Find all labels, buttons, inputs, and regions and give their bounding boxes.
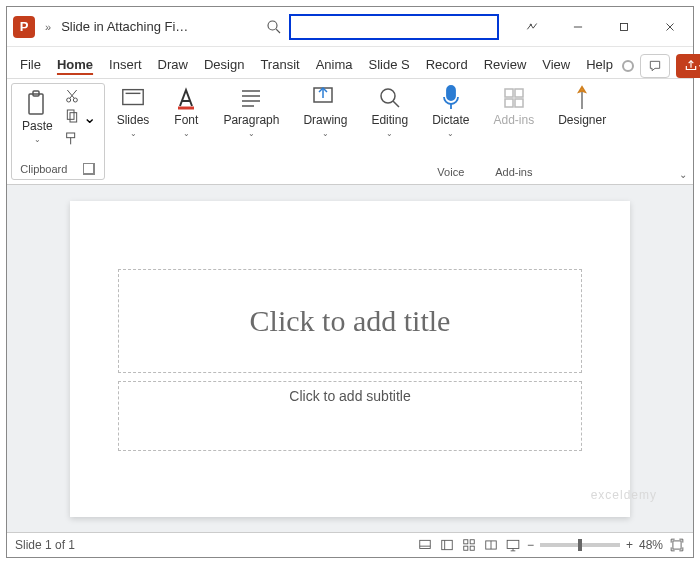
svg-rect-7 [29, 94, 43, 114]
tab-design[interactable]: Design [197, 51, 251, 78]
svg-rect-37 [442, 540, 453, 549]
tab-animations[interactable]: Anima [309, 51, 360, 78]
document-title[interactable]: Slide in Attaching Fi… [61, 19, 188, 34]
drawing-button[interactable]: Drawing⌄ [297, 83, 353, 140]
tab-draw[interactable]: Draw [151, 51, 195, 78]
slides-button[interactable]: Slides⌄ [111, 83, 156, 140]
search-input[interactable] [289, 14, 499, 40]
app-icon: P [13, 16, 35, 38]
svg-rect-30 [505, 89, 513, 97]
notes-icon[interactable] [417, 537, 433, 553]
normal-view-icon[interactable] [439, 537, 455, 553]
svg-rect-32 [505, 99, 513, 107]
clipboard-label: Clipboard [20, 163, 67, 175]
group-voice: Dictate⌄ Voice [420, 79, 481, 184]
svg-rect-4 [621, 23, 628, 30]
svg-rect-39 [464, 540, 468, 544]
title-placeholder[interactable]: Click to add title [118, 269, 582, 373]
slideshow-icon[interactable] [505, 537, 521, 553]
tab-file[interactable]: File [13, 51, 48, 78]
copy-icon[interactable]: ⌄ [63, 108, 96, 127]
group-font: Font⌄ [161, 79, 211, 184]
svg-rect-40 [470, 540, 474, 544]
svg-rect-44 [507, 540, 519, 548]
voice-label: Voice [437, 166, 464, 180]
svg-point-10 [73, 98, 77, 102]
tab-home[interactable]: Home [50, 51, 100, 78]
svg-rect-42 [470, 546, 474, 550]
svg-rect-15 [66, 133, 74, 138]
svg-rect-41 [464, 546, 468, 550]
qat-chevrons[interactable]: » [45, 21, 51, 33]
paste-button[interactable]: Paste⌄ [16, 86, 59, 149]
svg-rect-33 [515, 99, 523, 107]
statusbar: Slide 1 of 1 − + 48% [7, 533, 693, 557]
sorter-view-icon[interactable] [461, 537, 477, 553]
group-slides: Slides⌄ [105, 79, 162, 184]
addins-button[interactable]: Add-ins [488, 83, 541, 129]
cut-icon[interactable] [63, 88, 81, 104]
zoom-out-button[interactable]: − [527, 538, 534, 552]
svg-point-26 [381, 89, 395, 103]
watermark: exceldemy [591, 488, 657, 502]
group-designer: Designer [546, 79, 618, 184]
svg-rect-28 [447, 86, 455, 100]
svg-rect-31 [515, 89, 523, 97]
format-painter-icon[interactable] [63, 131, 81, 147]
group-editing: Editing⌄ [359, 79, 420, 184]
tab-help[interactable]: Help [579, 51, 620, 78]
zoom-slider[interactable] [540, 543, 620, 547]
group-drawing: Drawing⌄ [291, 79, 359, 184]
collapse-ribbon-icon[interactable]: ⌄ [679, 169, 687, 180]
svg-rect-13 [67, 110, 74, 119]
paragraph-button[interactable]: Paragraph⌄ [217, 83, 285, 140]
tab-view[interactable]: View [535, 51, 577, 78]
zoom-in-button[interactable]: + [626, 538, 633, 552]
reading-view-icon[interactable] [483, 537, 499, 553]
tab-transitions[interactable]: Transit [253, 51, 306, 78]
svg-rect-47 [673, 541, 681, 549]
addins-label: Add-ins [495, 166, 532, 180]
search-icon[interactable] [265, 18, 283, 36]
svg-rect-16 [123, 90, 143, 105]
slide-counter[interactable]: Slide 1 of 1 [15, 538, 75, 552]
svg-point-9 [66, 98, 70, 102]
close-button[interactable] [647, 7, 693, 47]
ribbon-tabs: File Home Insert Draw Design Transit Ani… [7, 47, 693, 79]
tab-record[interactable]: Record [419, 51, 475, 78]
maximize-button[interactable] [601, 7, 647, 47]
svg-line-27 [393, 101, 399, 107]
zoom-level[interactable]: 48% [639, 538, 663, 552]
tab-insert[interactable]: Insert [102, 51, 149, 78]
slide-canvas[interactable]: Click to add title Click to add subtitle… [7, 185, 693, 533]
group-paragraph: Paragraph⌄ [211, 79, 291, 184]
minimize-button[interactable] [555, 7, 601, 47]
dictate-button[interactable]: Dictate⌄ [426, 83, 475, 140]
font-button[interactable]: Font⌄ [167, 83, 205, 140]
designer-button[interactable]: Designer [552, 83, 612, 129]
camera-record-icon[interactable] [622, 60, 634, 72]
svg-line-1 [276, 29, 280, 33]
clipboard-launcher[interactable] [83, 163, 95, 175]
ribbon: Paste⌄ ⌄ Clipboard Slides⌄ Font⌄ [7, 79, 693, 185]
titlebar: P » Slide in Attaching Fi… [7, 7, 693, 47]
group-clipboard: Paste⌄ ⌄ Clipboard [11, 83, 105, 180]
svg-rect-35 [420, 540, 431, 548]
svg-rect-14 [70, 113, 77, 122]
share-button[interactable]: ▾ [676, 54, 700, 78]
editing-button[interactable]: Editing⌄ [365, 83, 414, 140]
group-addins: Add-ins Add-ins [482, 79, 547, 184]
tab-review[interactable]: Review [477, 51, 534, 78]
comments-button[interactable] [640, 54, 670, 78]
fit-window-icon[interactable] [669, 537, 685, 553]
svg-point-0 [268, 21, 277, 30]
tab-slideshow[interactable]: Slide S [362, 51, 417, 78]
slide[interactable]: Click to add title Click to add subtitle [70, 201, 630, 517]
coming-soon-icon[interactable] [509, 7, 555, 47]
subtitle-placeholder[interactable]: Click to add subtitle [118, 381, 582, 451]
